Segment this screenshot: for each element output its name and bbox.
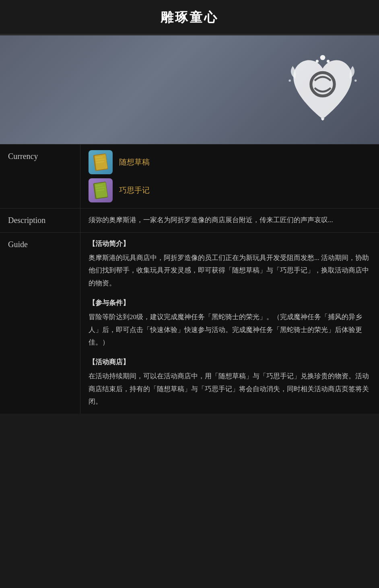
guide-label: Guide bbox=[0, 233, 80, 414]
guide-section-header-3: 【活动商店】 bbox=[89, 357, 371, 368]
book-icon-2 bbox=[93, 182, 108, 199]
book-icon-1 bbox=[93, 153, 108, 171]
guide-content: 【活动简介】 奥摩斯港的玩具商店中，阿折罗造像的员工们正在为新玩具开发受阻而发愁… bbox=[80, 233, 379, 414]
guide-section-body-2: 冒险等阶达到20级，建议完成魔神任务「黑蛇骑士的荣光」。（完成魔神任务「捕风的异… bbox=[89, 311, 371, 349]
description-content: 须弥的奥摩斯港，一家名为阿折罗造像的商店展台附近，传来工匠们的声声哀叹... bbox=[80, 208, 379, 232]
banner-image bbox=[0, 35, 379, 144]
guide-section-body-1: 奥摩斯港的玩具商店中，阿折罗造像的员工们正在为新玩具开发受阻而发愁... 活动期… bbox=[89, 252, 371, 289]
currency-name-2: 巧思手记 bbox=[119, 184, 150, 197]
guide-section-2: 【参与条件】 冒险等阶达到20级，建议完成魔神任务「黑蛇骑士的荣光」。（完成魔神… bbox=[89, 297, 371, 349]
currency-icon-1 bbox=[89, 150, 113, 174]
svg-point-3 bbox=[327, 60, 330, 62]
svg-point-2 bbox=[316, 60, 319, 62]
currency-content: 随想草稿 巧思手记 bbox=[80, 144, 379, 208]
emblem-icon bbox=[282, 50, 363, 130]
svg-point-5 bbox=[354, 80, 356, 82]
currency-icon-2 bbox=[89, 178, 113, 202]
guide-row: Guide 【活动简介】 奥摩斯港的玩具商店中，阿折罗造像的员工们正在为新玩具开… bbox=[0, 232, 379, 414]
currency-name-1: 随想草稿 bbox=[119, 156, 150, 169]
guide-section-1: 【活动简介】 奥摩斯港的玩具商店中，阿折罗造像的员工们正在为新玩具开发受阻而发愁… bbox=[89, 238, 371, 289]
page-title: 雕琢童心 bbox=[0, 0, 379, 34]
description-text: 须弥的奥摩斯港，一家名为阿折罗造像的商店展台附近，传来工匠们的声声哀叹... bbox=[89, 214, 371, 227]
currency-item-2: 巧思手记 bbox=[89, 178, 371, 202]
svg-point-4 bbox=[288, 80, 290, 82]
guide-section-3: 【活动商店】 在活动持续期间，可以在活动商店中，用「随想草稿」与「巧思手记」兑换… bbox=[89, 357, 371, 408]
description-label: Description bbox=[0, 208, 80, 232]
guide-section-header-2: 【参与条件】 bbox=[89, 297, 371, 309]
svg-point-1 bbox=[320, 55, 325, 60]
guide-section-header-1: 【活动简介】 bbox=[89, 238, 371, 250]
currency-item-1: 随想草稿 bbox=[89, 150, 371, 174]
currency-row: Currency 随想草稿 bbox=[0, 144, 379, 208]
description-row: Description 须弥的奥摩斯港，一家名为阿折罗造像的商店展台附近，传来工… bbox=[0, 208, 379, 232]
guide-section-body-3: 在活动持续期间，可以在活动商店中，用「随想草稿」与「巧思手记」兑换珍贵的物资。活… bbox=[89, 370, 371, 408]
currency-label: Currency bbox=[0, 144, 80, 208]
